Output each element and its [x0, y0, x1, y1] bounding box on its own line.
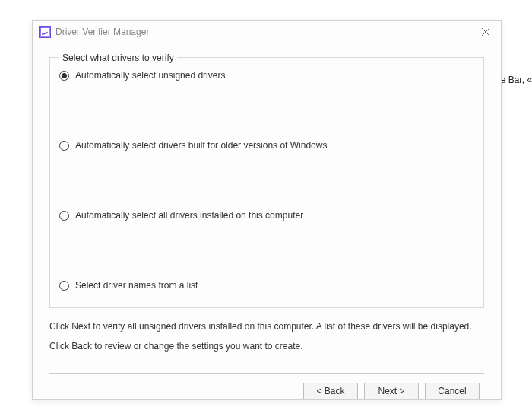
- radio-option-unsigned[interactable]: Automatically select unsigned drivers: [59, 70, 474, 81]
- button-row: < Back Next > Cancel: [49, 383, 484, 399]
- instruction-line-1: Click Next to verify all unsigned driver…: [49, 319, 484, 334]
- titlebar: Driver Verifier Manager: [33, 21, 501, 43]
- radio-icon: [59, 281, 69, 291]
- radio-icon: [59, 141, 69, 151]
- radio-group: Automatically select unsigned drivers Au…: [59, 70, 474, 291]
- instruction-line-2: Click Back to review or change the setti…: [49, 339, 484, 354]
- cancel-button[interactable]: Cancel: [425, 383, 480, 399]
- radio-label: Automatically select unsigned drivers: [75, 70, 225, 81]
- radio-option-all-drivers[interactable]: Automatically select all drivers install…: [59, 210, 474, 221]
- dialog-content: Select what drivers to verify Automatica…: [33, 43, 501, 407]
- divider: [49, 373, 484, 374]
- radio-option-from-list[interactable]: Select driver names from a list: [59, 280, 474, 291]
- close-button[interactable]: [477, 23, 495, 41]
- window-title: Driver Verifier Manager: [55, 27, 477, 37]
- next-button[interactable]: Next >: [364, 383, 419, 399]
- radio-icon: [59, 211, 69, 221]
- radio-label: Select driver names from a list: [75, 280, 198, 291]
- close-icon: [482, 28, 489, 36]
- radio-option-older-versions[interactable]: Automatically select drivers built for o…: [59, 140, 474, 151]
- dialog-window: Driver Verifier Manager Select what driv…: [32, 20, 502, 400]
- drivers-fieldset: Select what drivers to verify Automatica…: [49, 57, 484, 308]
- instruction-text: Click Next to verify all unsigned driver…: [49, 319, 484, 355]
- radio-label: Automatically select drivers built for o…: [75, 140, 327, 151]
- fieldset-legend: Select what drivers to verify: [59, 52, 177, 63]
- radio-icon: [59, 71, 69, 81]
- app-icon: [39, 26, 51, 38]
- radio-label: Automatically select all drivers install…: [75, 210, 303, 221]
- back-button[interactable]: < Back: [303, 383, 358, 399]
